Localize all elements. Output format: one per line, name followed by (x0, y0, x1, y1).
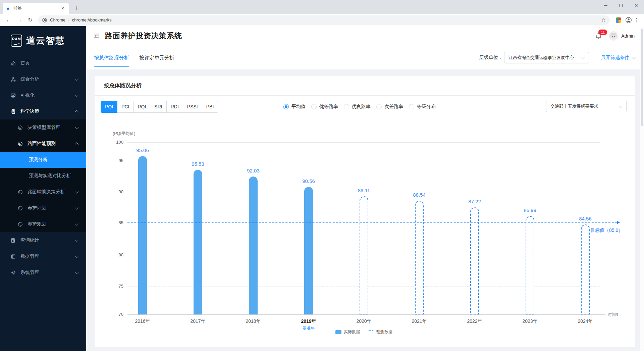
standard-select-value: 交通部十五发展纲要要求 (550, 103, 598, 109)
user-name[interactable]: Admin (621, 33, 635, 39)
radio-label: 优良路率 (352, 104, 371, 110)
profile-icon[interactable] (625, 17, 633, 23)
card-divider (95, 95, 635, 96)
radio-平均值[interactable]: 平均值 (283, 104, 306, 110)
sidebar-item-综合分析[interactable]: 综合分析 (0, 71, 86, 87)
monitor-icon (10, 93, 16, 98)
back-button[interactable]: ← (3, 17, 14, 23)
x-tick-2019年: 2019年 (292, 318, 325, 324)
sidebar-item-养护规划[interactable]: 养护规划 (0, 216, 86, 232)
metric-button-PCI[interactable]: PCI (117, 101, 133, 113)
sidebar-item-预测与实测对比分析[interactable]: 预测与实测对比分析 (0, 168, 86, 184)
chevron-down-icon (75, 125, 78, 129)
browser-menu-icon[interactable]: ⋮ (633, 17, 641, 23)
app-shell: RAM 道云智慧 首页综合分析可视化科学决策决策模型库管理路面性能预测预测分析预… (0, 26, 644, 351)
avatar[interactable] (609, 31, 618, 41)
home-icon (10, 60, 16, 66)
radio-等级分布[interactable]: 等级分布 (409, 104, 436, 110)
actual-bar-2016年[interactable] (138, 156, 147, 314)
notification-button[interactable]: 11 (595, 33, 602, 40)
card-title: 按总体路况分析 (104, 82, 142, 89)
address-bar[interactable]: Chrome | chrome://bookmarks ☆ (38, 15, 610, 25)
window-close-button[interactable]: ✕ (629, 0, 644, 11)
predicted-bar-2020年[interactable] (360, 196, 368, 314)
chevron-down-icon (75, 254, 78, 258)
reload-button[interactable]: ↻ (25, 16, 36, 23)
forward-button[interactable]: → (14, 17, 25, 23)
chevron-down-icon (619, 104, 623, 108)
window-minimize-button[interactable] (598, 0, 613, 11)
sidebar-item-label: 预测分析 (29, 157, 48, 163)
sidebar-item-查询统计[interactable]: 查询统计 (0, 232, 86, 248)
sidebar-item-养护计划[interactable]: 养护计划 (0, 200, 86, 216)
face-icon (17, 221, 23, 227)
x-tick-2016年: 2016年 (126, 318, 159, 324)
radio-优良路率[interactable]: 优良路率 (344, 104, 371, 110)
sidebar-item-可视化[interactable]: 可视化 (0, 87, 86, 103)
predicted-bar-2022年[interactable] (470, 207, 479, 314)
metric-button-RQI[interactable]: RQI (133, 101, 150, 113)
sidebar-item-决策模型库管理[interactable]: 决策模型库管理 (0, 119, 86, 136)
gear-icon (10, 270, 16, 275)
y-axis-title: (PQI平均值) (113, 131, 135, 137)
legend-item-实际数据[interactable]: 实际数据 (335, 329, 360, 335)
metric-button-SRI[interactable]: SRI (150, 101, 166, 113)
url-separator: | (68, 17, 69, 22)
predicted-bar-2024年[interactable] (581, 224, 590, 314)
y-tick-100: 100 (107, 140, 123, 145)
browser-tab[interactable]: ★ 书签 ✕ (3, 3, 69, 14)
radio-次差路率[interactable]: 次差路率 (376, 104, 403, 110)
unit-select-value: 江西省综合交通运输事业发展中心 (508, 55, 574, 61)
metric-button-PQI[interactable]: PQI (101, 101, 117, 113)
sidebar-item-label: 可视化 (20, 92, 35, 98)
metric-button-PSSI[interactable]: PSSI (183, 101, 202, 113)
tab-assessment-unit[interactable]: 按评定单元分析 (139, 46, 174, 69)
legend-item-预测数据[interactable]: 预测数据 (368, 329, 392, 335)
sidebar-item-系统管理[interactable]: 系统管理 (0, 264, 86, 281)
sidebar-item-首页[interactable]: 首页 (0, 55, 86, 71)
metric-button-PBI[interactable]: PBI (202, 101, 218, 113)
tab-overall-road-condition[interactable]: 按总体路况分析 (94, 46, 129, 69)
extension-icon[interactable] (616, 17, 621, 23)
radio-优等路率[interactable]: 优等路率 (311, 104, 338, 110)
browser-tab-title: 书签 (13, 5, 60, 11)
site-label: Chrome (50, 17, 65, 22)
menu-fold-icon[interactable] (94, 33, 100, 39)
window-maximize-button[interactable] (613, 0, 629, 11)
sidebar-item-label: 综合分析 (20, 76, 39, 82)
app-logo: RAM 道云智慧 (0, 26, 86, 55)
chevron-down-icon (632, 55, 635, 59)
predicted-bar-2023年[interactable] (526, 216, 534, 314)
sidebar-item-科学决策[interactable]: 科学决策 (0, 103, 86, 119)
new-tab-button[interactable]: + (72, 3, 82, 13)
browser-toolbar: ← → ↻ Chrome | chrome://bookmarks ☆ ⋮ (0, 14, 644, 26)
chevron-up-icon (75, 142, 78, 146)
scrollbar-thumb[interactable] (641, 29, 643, 126)
predicted-bar-2021年[interactable] (415, 201, 424, 314)
radio-circle-icon (409, 104, 414, 109)
expand-filters-link[interactable]: 展开筛选条件 (601, 55, 635, 61)
actual-bar-2017年[interactable] (194, 170, 202, 314)
scrollbar-track[interactable] (640, 26, 644, 351)
sidebar-item-预测分析[interactable]: 预测分析 (0, 152, 86, 168)
y-tick-90: 90 (107, 189, 123, 194)
actual-bar-2018年[interactable] (249, 177, 258, 314)
y-tick-80: 80 (107, 252, 123, 257)
bookmark-star-icon[interactable]: ☆ (601, 17, 606, 23)
unit-select[interactable]: 江西省综合交通运输事业发展中心 (504, 52, 589, 63)
toolbar-right: ⋮ (612, 17, 641, 23)
bar-value-label-2016年: 95.06 (128, 147, 157, 153)
sidebar-item-路面辅助决策分析[interactable]: 路面辅助决策分析 (0, 184, 86, 200)
chevron-up-icon (75, 110, 78, 114)
actual-bar-2019年[interactable] (304, 187, 313, 314)
tab-close-icon[interactable]: ✕ (60, 5, 66, 11)
header-right: 11 Admin (595, 31, 635, 41)
metric-button-RDI[interactable]: RDI (166, 101, 183, 113)
sidebar-item-数据管理[interactable]: 数据管理 (0, 248, 86, 264)
sidebar-item-路面性能预测[interactable]: 路面性能预测 (0, 136, 86, 152)
pqi-bar-chart: (PQI平均值)100959085807570时间/t95.062016年95.… (95, 76, 635, 347)
standard-select[interactable]: 交通部十五发展纲要要求 (546, 101, 627, 112)
unit-level-label: 层级单位： (479, 55, 503, 61)
sidebar-item-label: 科学决策 (20, 108, 39, 114)
face-icon (17, 141, 23, 147)
